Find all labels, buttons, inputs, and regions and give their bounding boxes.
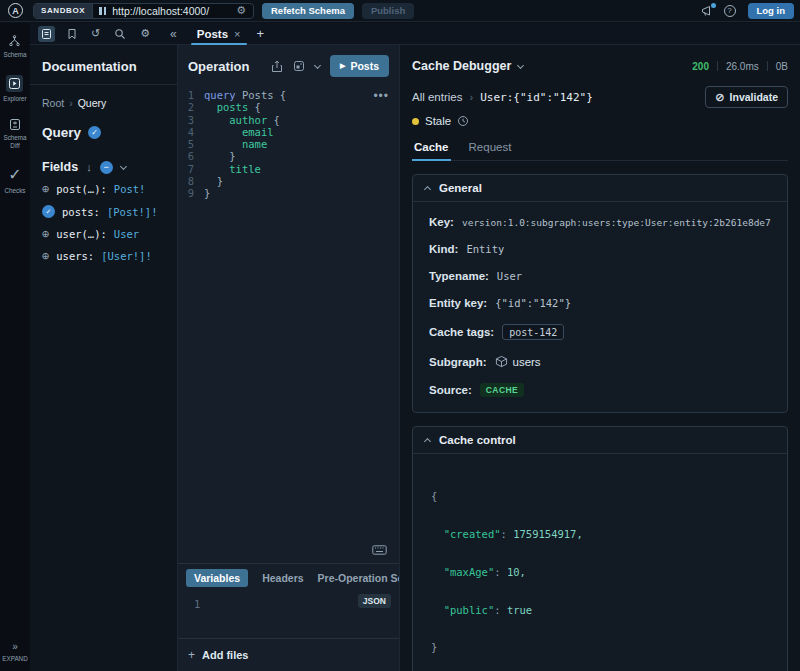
fields-label: Fields	[42, 160, 78, 174]
explorer-icon	[6, 75, 23, 92]
breadcrumb-root[interactable]: Root	[42, 97, 64, 109]
response-panel-header: Cache Debugger 200 26.0ms 0B	[412, 53, 788, 79]
variables-editor[interactable]: 1 JSON	[178, 592, 399, 638]
refetch-schema-button[interactable]: Refetch Schema	[262, 3, 354, 19]
new-tab-button[interactable]: +	[257, 26, 265, 41]
chevron-down-icon[interactable]	[120, 162, 127, 169]
tab-pre-operation-script[interactable]: Pre-Operation Script	[318, 572, 399, 584]
schema-icon	[8, 35, 21, 48]
collapse-chevron-icon	[424, 437, 431, 444]
invalidate-icon: ⊘	[715, 91, 724, 104]
general-row-subgraph: Subgraph: users	[429, 355, 771, 368]
expand-rail-button[interactable]: » EXPAND	[2, 641, 27, 663]
endpoint-url-input[interactable]: http://localhost:4000/	[112, 5, 209, 17]
status-code: 200	[692, 61, 709, 72]
tab-variables[interactable]: Variables	[186, 569, 248, 587]
operation-bottom-tabs: Variables Headers Pre-Operation Script P…	[178, 563, 399, 592]
add-field-icon[interactable]: ⊕	[42, 250, 49, 262]
cache-entry-key: User:{"id":"142"}	[480, 91, 593, 104]
history-icon[interactable]: ↺	[91, 28, 100, 39]
announcements-megaphone-icon[interactable]	[701, 5, 714, 17]
response-time: 26.0ms	[726, 61, 759, 72]
tab-close-icon[interactable]: ×	[234, 28, 240, 40]
sidebar-item-schema[interactable]: Schema	[3, 35, 26, 59]
sidebar-item-schema-diff[interactable]: Schema Diff	[0, 118, 30, 149]
general-row-key: Key: version:1.0:subgraph:users:type:Use…	[429, 216, 771, 228]
stale-status-row: Stale	[412, 111, 788, 131]
connection-settings-gear-icon[interactable]: ⚙	[236, 5, 246, 16]
tab-posts[interactable]: Posts ×	[191, 23, 247, 45]
general-card-header[interactable]: General	[413, 175, 787, 202]
cache-tag-chip[interactable]: post-142	[502, 324, 564, 340]
apollo-logo-icon[interactable]: A	[8, 3, 23, 18]
subgraph-name: users	[513, 356, 541, 368]
apollo-sandbox-app: A SANDBOX http://localhost:4000/ ⚙ Refet…	[0, 0, 800, 671]
fields-header: Fields ↓ −	[30, 140, 177, 178]
cache-control-card: Cache control { "created": 1759154917, "…	[412, 426, 788, 671]
all-entries-link[interactable]: All entries	[412, 91, 463, 103]
keyboard-shortcuts-icon[interactable]	[372, 545, 387, 555]
stale-dot	[412, 118, 419, 125]
cache-control-card-header[interactable]: Cache control	[413, 427, 787, 454]
cache-key-value: version:1.0:subgraph:users:type:User:ent…	[462, 217, 771, 228]
share-icon[interactable]	[271, 60, 283, 73]
tab-request[interactable]: Request	[467, 137, 514, 160]
breadcrumb-current: Query	[78, 97, 107, 109]
operation-panel: Operation ▶ Posts ••• 1query Posts { 2 p…	[178, 45, 400, 671]
field-row-post[interactable]: ⊕ post(…): Post!	[30, 178, 177, 200]
add-field-icon[interactable]: ⊕	[42, 228, 49, 240]
plus-icon: +	[188, 648, 195, 662]
add-field-icon[interactable]: ⊕	[42, 183, 49, 195]
cache-control-json: { "created": 1759154917, "maxAge": 10, "…	[413, 454, 787, 671]
field-row-users[interactable]: ⊕ users: [User!]!	[30, 245, 177, 267]
response-size: 0B	[776, 61, 788, 72]
publish-button: Publish	[362, 3, 414, 19]
notification-dot	[711, 3, 716, 8]
login-button[interactable]: Log in	[748, 3, 795, 19]
schema-diff-icon	[9, 118, 21, 131]
operation-collection-icon[interactable]	[293, 60, 305, 72]
saved-operations-bookmark-icon[interactable]	[67, 28, 77, 40]
add-files-button[interactable]: + Add files	[178, 638, 399, 671]
deselect-all-icon[interactable]: −	[100, 161, 113, 174]
documentation-panel: Documentation Root › Query Query ✓ Field…	[30, 45, 178, 671]
collapse-panel-icon[interactable]: «	[170, 27, 177, 41]
stale-label: Stale	[425, 115, 451, 127]
cache-breadcrumb-row: All entries › User:{"id":"142"} ⊘ Invali…	[412, 85, 788, 109]
cache-debugger-title[interactable]: Cache Debugger	[412, 59, 511, 73]
operation-header: Operation ▶ Posts	[178, 45, 399, 85]
editor-menu-icon[interactable]: •••	[373, 89, 389, 103]
panel-select-chevron-icon[interactable]	[517, 61, 524, 68]
type-selected-check-icon[interactable]: ✓	[88, 126, 101, 139]
explorer-toolbar: ↺ ⚙ « Posts × +	[30, 23, 800, 45]
query-editor[interactable]: ••• 1query Posts { 2 posts { 3 author { …	[178, 85, 399, 563]
settings-gear-icon[interactable]: ⚙	[140, 28, 150, 39]
type-heading: Query	[42, 125, 81, 140]
tab-cache[interactable]: Cache	[412, 137, 451, 161]
sandbox-badge: SANDBOX	[34, 4, 93, 18]
documentation-title: Documentation	[30, 45, 177, 85]
field-row-posts[interactable]: ✓ posts: [Post!]!	[30, 200, 177, 223]
documentation-panel-icon[interactable]	[38, 26, 55, 42]
help-icon[interactable]: ?	[724, 5, 736, 17]
operation-title: Operation	[188, 59, 249, 74]
tab-headers[interactable]: Headers	[262, 572, 303, 584]
search-icon[interactable]	[114, 28, 126, 40]
invalidate-button[interactable]: ⊘ Invalidate	[705, 86, 788, 108]
general-row-cache-tags: Cache tags: post-142	[429, 324, 771, 340]
nav-rail: Schema Explorer Schema Diff ✓ Checks » E…	[0, 23, 30, 671]
general-row-entity-key: Entity key: {"id":"142"}	[429, 297, 771, 309]
field-selected-check-icon[interactable]: ✓	[42, 205, 55, 218]
endpoint-url-box[interactable]: SANDBOX http://localhost:4000/ ⚙	[33, 3, 254, 19]
run-posts-button[interactable]: ▶ Posts	[330, 55, 389, 77]
json-format-badge[interactable]: JSON	[358, 594, 391, 608]
run-options-chevron-icon[interactable]	[314, 61, 321, 68]
pause-icon[interactable]	[99, 7, 106, 15]
collapse-chevron-icon	[424, 185, 431, 192]
field-row-user[interactable]: ⊕ user(…): User	[30, 223, 177, 245]
general-row-typename: Typename: User	[429, 270, 771, 282]
sort-arrow-icon[interactable]: ↓	[86, 161, 92, 173]
sidebar-item-checks[interactable]: ✓ Checks	[5, 165, 26, 195]
sidebar-item-explorer[interactable]: Explorer	[3, 75, 26, 103]
general-card: General Key: version:1.0:subgraph:users:…	[412, 174, 788, 413]
